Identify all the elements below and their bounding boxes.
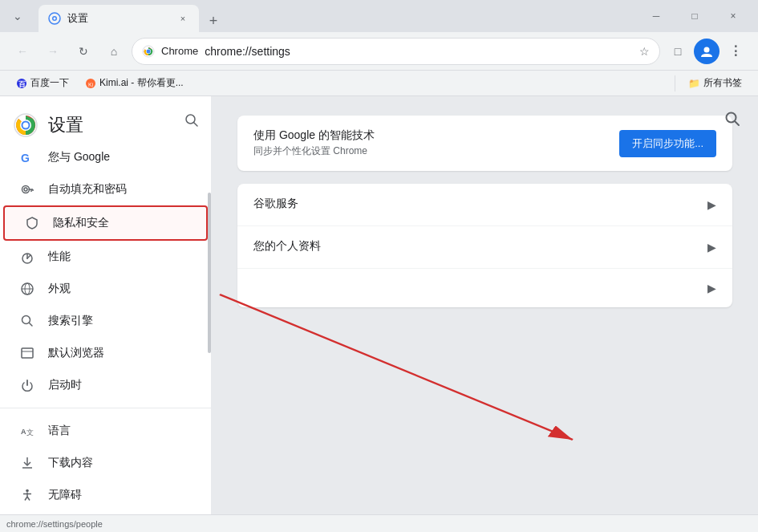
sidebar-scrollbar[interactable] bbox=[208, 96, 211, 514]
baidu-icon: 百 bbox=[16, 78, 27, 89]
settings-logo bbox=[13, 112, 39, 138]
sidebar-item-downloads[interactable]: 下载内容 bbox=[0, 447, 211, 479]
page-content: 设置 G 您与 Google bbox=[0, 96, 758, 514]
sidebar-item-accessibility-label: 无障碍 bbox=[48, 488, 82, 502]
svg-line-44 bbox=[735, 121, 739, 125]
sidebar-item-autofill[interactable]: 自动填充和密码 bbox=[0, 173, 211, 205]
sidebar-item-search-label: 搜索引擎 bbox=[48, 314, 93, 328]
main-content: 使用 Google 的智能技术 同步并个性化设置 Chrome 开启同步功能..… bbox=[212, 96, 758, 514]
sidebar-item-appearance[interactable]: 外观 bbox=[0, 273, 211, 305]
sidebar-item-performance[interactable]: 性能 bbox=[0, 241, 211, 273]
bookmark-baidu-label: 百度一下 bbox=[30, 76, 69, 90]
sidebar-item-privacy-label: 隐私和安全 bbox=[53, 216, 109, 230]
google-icon: G bbox=[19, 149, 35, 165]
address-input[interactable] bbox=[205, 45, 633, 58]
home-button[interactable]: ⌂ bbox=[101, 39, 127, 64]
browser-icon bbox=[19, 345, 35, 361]
status-bar: chrome://settings/people bbox=[0, 514, 758, 532]
window-controls-right: ─ □ × bbox=[638, 3, 752, 29]
svg-point-38 bbox=[26, 489, 29, 493]
svg-point-26 bbox=[26, 258, 28, 259]
sidebar-item-language[interactable]: A 文 语言 bbox=[0, 415, 211, 447]
all-bookmarks[interactable]: 📁 所有书签 bbox=[682, 73, 748, 93]
content-inner: 使用 Google 的智能技术 同步并个性化设置 Chrome 开启同步功能..… bbox=[212, 96, 758, 339]
extra-row[interactable]: ▶ bbox=[237, 269, 732, 307]
personal-profile-text: 您的个人资料 bbox=[253, 239, 707, 255]
sidebar-item-accessibility[interactable]: 无障碍 bbox=[0, 479, 211, 511]
sync-action: 开启同步功能... bbox=[619, 130, 716, 157]
settings-page-title: 设置 bbox=[48, 113, 83, 137]
bookmark-star-icon[interactable]: ☆ bbox=[639, 45, 650, 58]
sidebar-item-google[interactable]: G 您与 Google bbox=[0, 141, 211, 173]
svg-point-18 bbox=[22, 186, 30, 193]
minimize-button[interactable]: ─ bbox=[638, 3, 675, 29]
personal-profile-title: 您的个人资料 bbox=[253, 239, 707, 254]
sidebar-item-autofill-label: 自动填充和密码 bbox=[48, 182, 127, 197]
close-button[interactable]: × bbox=[715, 3, 752, 29]
sidebar-item-startup[interactable]: 启动时 bbox=[0, 369, 211, 401]
reload-button[interactable]: ↻ bbox=[71, 39, 96, 64]
svg-point-2 bbox=[54, 18, 56, 20]
svg-text:A: A bbox=[21, 428, 26, 436]
active-tab[interactable]: 设置 × bbox=[39, 5, 199, 32]
maximize-button[interactable]: □ bbox=[676, 3, 713, 29]
kimi-icon: Ki bbox=[85, 78, 96, 89]
svg-text:文: 文 bbox=[26, 428, 34, 437]
menu-button[interactable]: ⋮ bbox=[723, 39, 748, 64]
content-search-icon bbox=[724, 111, 740, 127]
sync-button[interactable]: 开启同步功能... bbox=[619, 130, 716, 157]
svg-line-31 bbox=[30, 323, 33, 327]
bookmark-kimi[interactable]: Ki Kimi.ai - 帮你看更... bbox=[79, 73, 190, 93]
window-controls-left: ⌄ bbox=[6, 5, 29, 27]
svg-point-14 bbox=[23, 123, 29, 128]
extra-row-arrow-icon: ▶ bbox=[707, 282, 716, 294]
profile-avatar-icon bbox=[699, 44, 714, 59]
google-services-row[interactable]: 谷歌服务 ▶ bbox=[237, 184, 732, 226]
svg-line-42 bbox=[27, 497, 30, 501]
back-button[interactable]: ← bbox=[10, 39, 35, 64]
new-tab-button[interactable]: + bbox=[202, 10, 225, 32]
services-card: 谷歌服务 ▶ 您的个人资料 ▶ ▶ bbox=[237, 184, 732, 307]
extensions-button[interactable]: □ bbox=[665, 39, 691, 64]
tab-favicon bbox=[48, 12, 61, 25]
settings-sidebar: 设置 G 您与 Google bbox=[0, 96, 212, 514]
bookmark-folder-icon: 📁 bbox=[688, 78, 700, 89]
title-bar: ⌄ 设置 × + ─ □ × bbox=[0, 0, 758, 32]
search-nav-icon bbox=[19, 313, 35, 329]
bookmarks-right: 📁 所有书签 bbox=[671, 73, 748, 93]
personal-profile-row[interactable]: 您的个人资料 ▶ bbox=[237, 226, 732, 269]
forward-button[interactable]: → bbox=[40, 39, 66, 64]
sidebar-item-default-browser-label: 默认浏览器 bbox=[48, 346, 104, 360]
toolbar-right: □ ⋮ bbox=[665, 39, 748, 64]
bookmark-baidu[interactable]: 百 百度一下 bbox=[10, 73, 75, 93]
sidebar-item-search[interactable]: 搜索引擎 bbox=[0, 305, 211, 337]
all-bookmarks-label: 所有书签 bbox=[703, 76, 742, 90]
sidebar-item-default-browser[interactable]: 默认浏览器 bbox=[0, 337, 211, 369]
toolbar: ← → ↻ ⌂ Chrome ☆ □ bbox=[0, 32, 758, 71]
status-text: chrome://settings/people bbox=[6, 519, 103, 529]
sidebar-item-appearance-label: 外观 bbox=[48, 282, 71, 296]
search-icon bbox=[184, 113, 199, 128]
sidebar-item-privacy[interactable]: 隐私和安全 bbox=[3, 205, 208, 241]
address-bar[interactable]: Chrome ☆ bbox=[132, 38, 660, 65]
svg-point-5 bbox=[147, 49, 151, 53]
key-icon bbox=[19, 181, 35, 197]
google-services-arrow-icon: ▶ bbox=[707, 198, 716, 211]
sidebar-item-google-label: 您与 Google bbox=[48, 150, 110, 164]
sync-card: 使用 Google 的智能技术 同步并个性化设置 Chrome 开启同步功能..… bbox=[237, 116, 732, 171]
content-search-button[interactable] bbox=[719, 106, 745, 132]
sidebar-item-startup-label: 启动时 bbox=[48, 378, 82, 392]
profile-button[interactable] bbox=[694, 39, 719, 64]
svg-point-19 bbox=[24, 188, 27, 191]
sync-card-subtitle: 同步并个性化设置 Chrome bbox=[253, 144, 619, 158]
tab-list-button[interactable]: ⌄ bbox=[6, 5, 29, 27]
settings-search-button[interactable] bbox=[179, 109, 205, 132]
browser-frame: ⌄ 设置 × + ─ □ × ← bbox=[0, 0, 758, 532]
accessibility-icon bbox=[19, 487, 35, 503]
nav-divider bbox=[0, 408, 211, 408]
svg-rect-32 bbox=[22, 348, 33, 358]
svg-text:G: G bbox=[21, 152, 30, 164]
bookmarks-bar: 百 百度一下 Ki Kimi.ai - 帮你看更... 📁 所有书签 bbox=[0, 71, 758, 96]
svg-text:百: 百 bbox=[18, 80, 26, 88]
tab-close-button[interactable]: × bbox=[176, 12, 189, 25]
